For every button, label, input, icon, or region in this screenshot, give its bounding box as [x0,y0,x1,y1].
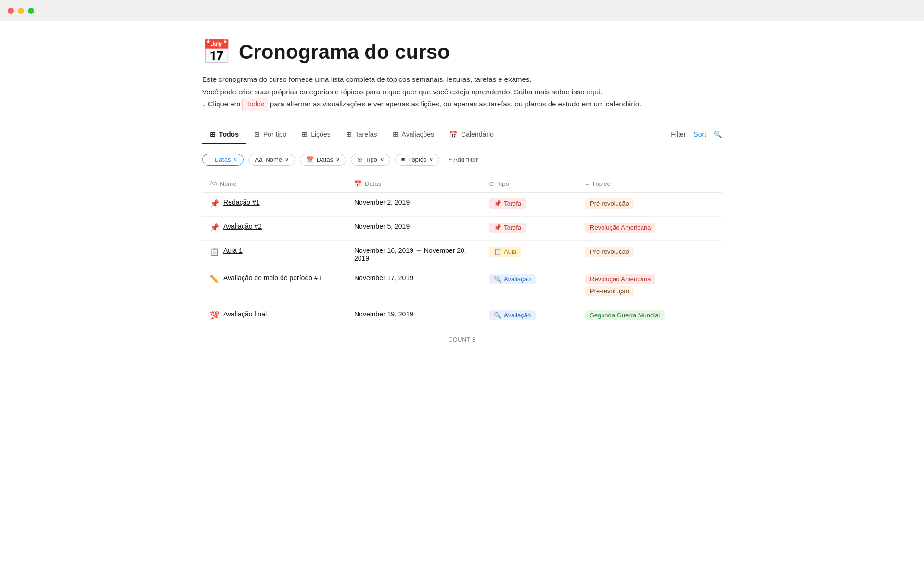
close-button[interactable] [8,8,14,14]
cell-topico: Pré-revolução [578,192,722,216]
topico-filter-chevron: ∨ [429,157,433,163]
tab-por-tipo-label: Por tipo [263,131,286,138]
tipo-filter-label: Tipo [365,156,377,163]
page-header: 📅 Cronograma do curso [202,40,722,64]
filter-row: ↑ Datas ∨ Aa Nome ∨ 📅 Datas ∨ ⊙ Tipo ∨ ≡… [202,154,722,166]
search-button[interactable]: 🔍 [714,131,722,138]
tab-calendario-icon: 📅 [449,131,458,138]
tipo-filter[interactable]: ⊙ Tipo ∨ [351,154,390,166]
count-footer: COUNT 8 [202,328,722,347]
row2-type-icon: 📌 [494,224,501,231]
row4-topic2[interactable]: Pré-revolução [585,286,634,296]
tabs-right: Filter Sort 🔍 [671,131,722,138]
data-table: Aa Nome 📅 Datas ⊙ Tipo [202,175,722,328]
row2-name[interactable]: Avaliação #2 [223,223,262,230]
cell-datas: November 2, 2019 [346,192,481,216]
aqui-link[interactable]: aqui [587,88,600,96]
row5-type-badge[interactable]: 🔍 Avaliação [489,310,536,320]
row5-type-icon: 🔍 [494,312,501,319]
tab-todos[interactable]: ⊞ Todos [202,126,246,144]
col-datas-label: Datas [365,180,381,187]
col-topico-label: Tópico [592,180,611,187]
table-row: 📋 Aula 1 November 16, 2019 → November 20… [202,240,722,268]
row5-icon: 💯 [210,311,219,320]
row1-name[interactable]: Redação #1 [223,198,260,206]
topico-filter-icon: ≡ [401,156,405,163]
cell-topico: Pré-revolução [578,240,722,268]
row2-type-badge[interactable]: 📌 Tarefa [489,223,526,233]
tipo-filter-chevron: ∨ [380,157,384,163]
row3-topic[interactable]: Pré-revolução [585,247,634,257]
cell-datas: November 5, 2019 [346,216,481,240]
add-filter-button[interactable]: + Add filter [444,154,482,165]
tab-licoes[interactable]: ⊞ Lições [294,126,338,144]
minimize-button[interactable] [18,8,24,14]
maximize-button[interactable] [28,8,34,14]
col-nome: Aa Nome [202,175,346,193]
row2-icon: 📌 [210,223,219,232]
tab-calendario-label: Calendário [461,131,494,138]
todos-badge[interactable]: Todos [242,98,268,111]
table-row: 📌 Avaliação #2 November 5, 2019 📌 Tarefa… [202,216,722,240]
row4-topic1[interactable]: Revolução Americana [585,274,655,284]
datas-sort-chevron: ∨ [233,157,237,163]
row4-type-label: Avaliação [504,276,531,283]
tipo-filter-icon: ⊙ [357,156,362,163]
table-header: Aa Nome 📅 Datas ⊙ Tipo [202,175,722,193]
datas-sort-icon: ↑ [208,156,212,163]
desc-line2: Você pode criar suas próprias categorias… [202,86,722,98]
tab-avaliacoes-label: Avaliações [402,131,434,138]
cell-nome: 📋 Aula 1 [202,240,346,268]
datas-filter[interactable]: 📅 Datas ∨ [300,154,346,166]
tab-por-tipo[interactable]: ⊞ Por tipo [246,126,294,144]
row5-name[interactable]: Avaliação final [223,310,267,318]
tab-todos-icon: ⊞ [210,131,216,138]
row3-type-badge[interactable]: 📋 Aula [489,247,521,257]
cell-nome: 📌 Avaliação #2 [202,216,346,240]
row1-topic[interactable]: Pré-revolução [585,198,634,209]
datas-filter-chevron: ∨ [336,157,340,163]
filter-button[interactable]: Filter [671,131,686,138]
row2-topic[interactable]: Revolução Americana [585,223,655,233]
tab-tarefas-icon: ⊞ [346,131,352,138]
cell-nome: 💯 Avaliação final [202,304,346,328]
row3-type-icon: 📋 [494,248,501,255]
nome-filter-chevron: ∨ [285,157,289,163]
tab-avaliacoes[interactable]: ⊞ Avaliações [385,126,442,144]
row5-topic[interactable]: Segunda Guerra Mundial [585,310,665,320]
cell-nome: ✏️ Avaliação de meio de período #1 [202,268,346,304]
table-row: 📌 Redação #1 November 2, 2019 📌 Tarefa P… [202,192,722,216]
nome-filter[interactable]: Aa Nome ∨ [248,154,295,166]
tab-tarefas-label: Tarefas [355,131,377,138]
row1-icon: 📌 [210,199,219,208]
cell-tipo: 📌 Tarefa [481,216,578,240]
col-datas: 📅 Datas [346,175,481,193]
row4-type-icon: 🔍 [494,276,501,283]
datas-sort-label: Datas [215,156,231,163]
main-content: 📅 Cronograma do curso Este cronograma do… [173,21,751,376]
row1-type-badge[interactable]: 📌 Tarefa [489,198,526,209]
page-icon: 📅 [202,40,231,64]
page-description: Este cronograma do curso fornece uma lis… [202,73,722,111]
row4-type-badge[interactable]: 🔍 Avaliação [489,274,536,284]
row1-type-icon: 📌 [494,200,501,207]
tab-por-tipo-icon: ⊞ [254,131,260,138]
cell-topico: Revolução Americana [578,216,722,240]
row3-name[interactable]: Aula 1 [223,247,243,254]
tab-calendario[interactable]: 📅 Calendário [442,126,501,144]
col-tipo-label: Tipo [497,180,509,187]
tab-tarefas[interactable]: ⊞ Tarefas [338,126,385,144]
topico-filter[interactable]: ≡ Tópico ∨ [395,154,440,166]
col-tipo-icon: ⊙ [489,180,494,187]
row4-name[interactable]: Avaliação de meio de período #1 [223,274,321,282]
sort-button[interactable]: Sort [693,131,706,138]
row1-type-label: Tarefa [504,200,521,207]
table-body: 📌 Redação #1 November 2, 2019 📌 Tarefa P… [202,192,722,328]
col-nome-icon: Aa [210,180,217,187]
table-row: 💯 Avaliação final November 19, 2019 🔍 Av… [202,304,722,328]
cell-tipo: 📌 Tarefa [481,192,578,216]
tab-licoes-label: Lições [311,131,330,138]
datas-sort-filter[interactable]: ↑ Datas ∨ [202,154,244,166]
datas-filter-icon: 📅 [306,156,314,163]
cell-tipo: 🔍 Avaliação [481,304,578,328]
